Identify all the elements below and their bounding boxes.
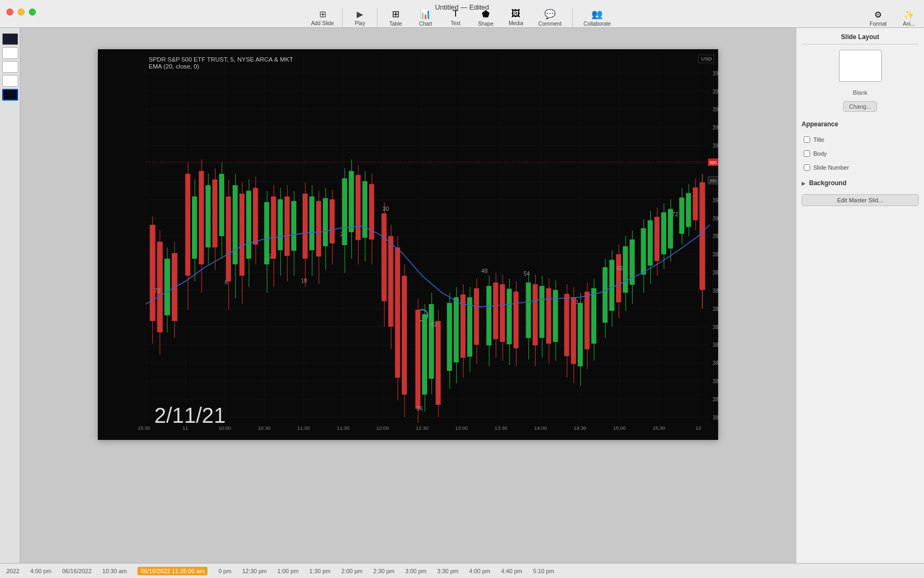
svg-rect-116 [271, 196, 276, 258]
background-arrow-icon: ▶ [802, 180, 806, 186]
svg-rect-192 [540, 286, 544, 338]
slide-number-checkbox-row: Slide Number [802, 163, 919, 172]
add-slide-icon: ⊞ [319, 9, 326, 19]
separator2 [377, 8, 378, 27]
add-slide-button[interactable]: ⊞ Add Slide [306, 7, 340, 28]
svg-rect-152 [402, 276, 406, 394]
svg-rect-158 [422, 314, 427, 394]
svg-text:72: 72 [672, 211, 679, 217]
svg-rect-235 [693, 187, 698, 220]
slide-thumb-4[interactable] [2, 75, 18, 87]
comment-icon: 💬 [544, 9, 556, 20]
layout-name: Blank [802, 89, 919, 96]
status-330: 3:30 pm [437, 568, 459, 574]
svg-rect-160 [429, 304, 434, 379]
body-checkbox[interactable] [804, 150, 810, 157]
svg-text:388.20: 388.20 [712, 397, 718, 402]
media-button[interactable]: 🖼 Media [501, 6, 531, 28]
svg-rect-122 [291, 201, 296, 251]
svg-rect-118 [278, 199, 282, 250]
collaborate-label: Collaborate [583, 21, 611, 27]
status-datetime-highlight: 06/16/2022 11:35:00 am [137, 567, 207, 575]
svg-text:388.40: 388.40 [712, 378, 718, 384]
svg-rect-146 [381, 214, 386, 301]
svg-text:388.00: 388.00 [712, 415, 718, 421]
svg-text:389.20: 389.20 [712, 306, 718, 312]
slide-number-checkbox[interactable] [804, 164, 810, 171]
svg-rect-138 [349, 171, 353, 232]
format-button[interactable]: ⚙ Format [862, 7, 894, 29]
svg-text:USD: USD [701, 56, 712, 62]
svg-rect-105 [233, 185, 237, 264]
title-checkbox-row: Title [802, 135, 919, 144]
svg-rect-201 [571, 297, 576, 364]
svg-rect-190 [533, 284, 537, 345]
slide-layout-title: Slide Layout [802, 33, 919, 44]
slide-thumb-1[interactable] [2, 33, 18, 45]
svg-rect-156 [415, 310, 420, 409]
play-button[interactable]: ▶ Play [346, 7, 373, 28]
format-icon: ⚙ [874, 10, 882, 20]
svg-rect-94 [199, 171, 204, 264]
slide-canvas[interactable]: 391.80 391.60 391.40 391.20 391.00 390.8… [98, 49, 718, 440]
body-checkbox-row: Body [802, 149, 919, 158]
slide-panel [0, 28, 20, 578]
svg-text:2/11/21: 2/11/21 [154, 404, 226, 428]
format-label: Format [869, 21, 887, 27]
background-section[interactable]: ▶ Background [802, 177, 919, 189]
svg-text:390.20: 390.20 [712, 215, 718, 221]
svg-rect-166 [447, 303, 452, 371]
svg-text:15:00: 15:00 [613, 425, 626, 431]
svg-text:18: 18 [301, 277, 307, 284]
slide-thumb-3[interactable] [2, 61, 18, 73]
status-400: 4:00 pm [469, 568, 490, 574]
status-0pm: 0 pm [218, 568, 231, 574]
svg-rect-131 [323, 198, 328, 246]
svg-text:48: 48 [481, 268, 488, 274]
svg-rect-203 [578, 303, 582, 366]
status-date-1: 06/16/2022 [62, 568, 91, 574]
status-1230: 12:30 pm [242, 568, 267, 574]
chart-label: Chart [419, 21, 432, 27]
collaborate-button[interactable]: 👥 Collaborate [576, 6, 618, 29]
svg-text:11:30: 11:30 [337, 425, 350, 431]
svg-rect-90 [185, 174, 190, 276]
statusbar: 2022 4:00 pm 06/16/2022 10:30 am 06/16/2… [0, 563, 924, 578]
chart-icon: 📊 [420, 9, 431, 20]
svg-rect-185 [513, 292, 518, 348]
edit-master-slide-button[interactable]: Edit Master Slid... [802, 194, 919, 206]
play-icon: ▶ [357, 9, 363, 19]
svg-text:389.60: 389.60 [712, 270, 718, 276]
chart-container: 391.80 391.60 391.40 391.20 391.00 390.8… [98, 49, 718, 440]
svg-rect-109 [246, 191, 251, 258]
status-year: 2022 [6, 568, 19, 574]
svg-text:15:30: 15:30 [138, 425, 151, 431]
close-button[interactable] [6, 9, 13, 16]
svg-rect-133 [329, 199, 334, 244]
svg-rect-0 [98, 49, 718, 440]
maximize-button[interactable] [29, 9, 36, 16]
svg-text:391.80: 391.80 [712, 71, 718, 77]
svg-rect-224 [654, 217, 659, 261]
svg-rect-120 [284, 196, 289, 256]
animate-button[interactable]: ✨ Ani... [894, 7, 924, 29]
title-checkbox[interactable] [804, 136, 810, 143]
status-440: 4:40 pm [501, 568, 522, 574]
canvas-status [36, 443, 780, 455]
svg-text:15:30: 15:30 [652, 425, 665, 431]
status-100: 1:00 pm [278, 568, 299, 574]
status-time-2: 10:30 am [102, 568, 127, 574]
svg-text:13:00: 13:00 [455, 425, 468, 431]
slide-thumb-5[interactable] [2, 89, 18, 101]
svg-text:389.80: 389.80 [712, 252, 718, 257]
minimize-button[interactable] [18, 9, 25, 16]
svg-text:388.60: 388.60 [712, 360, 718, 366]
svg-rect-213 [616, 254, 621, 302]
change-layout-button[interactable]: Chang... [843, 101, 877, 112]
svg-rect-183 [507, 289, 512, 345]
svg-rect-177 [487, 286, 491, 345]
trading-chart-svg: 391.80 391.60 391.40 391.20 391.00 390.8… [98, 49, 718, 440]
slide-thumb-2[interactable] [2, 47, 18, 59]
comment-button[interactable]: 💬 Comment [531, 6, 569, 29]
table-button[interactable]: ⊞ Table [381, 6, 411, 29]
